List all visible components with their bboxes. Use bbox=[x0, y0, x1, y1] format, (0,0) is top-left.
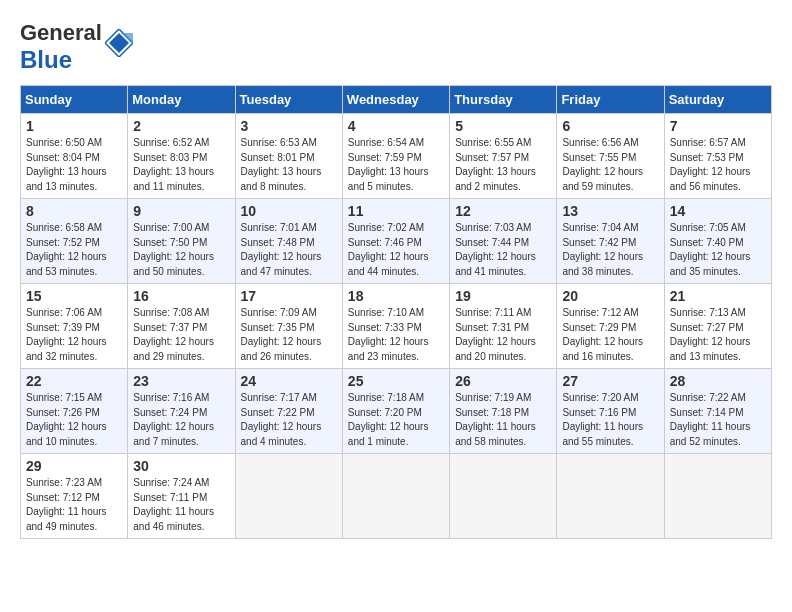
day-info: Sunrise: 7:00 AMSunset: 7:50 PMDaylight:… bbox=[133, 221, 229, 279]
day-number: 2 bbox=[133, 118, 229, 134]
day-number: 24 bbox=[241, 373, 337, 389]
calendar-cell: 13Sunrise: 7:04 AMSunset: 7:42 PMDayligh… bbox=[557, 199, 664, 284]
weekday-header-sunday: Sunday bbox=[21, 86, 128, 114]
logo-text: General Blue bbox=[20, 20, 102, 75]
calendar-week-row: 8Sunrise: 6:58 AMSunset: 7:52 PMDaylight… bbox=[21, 199, 772, 284]
calendar-cell: 6Sunrise: 6:56 AMSunset: 7:55 PMDaylight… bbox=[557, 114, 664, 199]
calendar-cell: 11Sunrise: 7:02 AMSunset: 7:46 PMDayligh… bbox=[342, 199, 449, 284]
calendar-cell: 7Sunrise: 6:57 AMSunset: 7:53 PMDaylight… bbox=[664, 114, 771, 199]
day-number: 19 bbox=[455, 288, 551, 304]
day-info: Sunrise: 7:08 AMSunset: 7:37 PMDaylight:… bbox=[133, 306, 229, 364]
day-number: 3 bbox=[241, 118, 337, 134]
day-number: 13 bbox=[562, 203, 658, 219]
day-number: 25 bbox=[348, 373, 444, 389]
day-number: 1 bbox=[26, 118, 122, 134]
day-number: 18 bbox=[348, 288, 444, 304]
day-info: Sunrise: 7:04 AMSunset: 7:42 PMDaylight:… bbox=[562, 221, 658, 279]
day-info: Sunrise: 7:18 AMSunset: 7:20 PMDaylight:… bbox=[348, 391, 444, 449]
day-info: Sunrise: 7:22 AMSunset: 7:14 PMDaylight:… bbox=[670, 391, 766, 449]
day-number: 23 bbox=[133, 373, 229, 389]
calendar-cell: 24Sunrise: 7:17 AMSunset: 7:22 PMDayligh… bbox=[235, 369, 342, 454]
calendar-cell: 25Sunrise: 7:18 AMSunset: 7:20 PMDayligh… bbox=[342, 369, 449, 454]
day-info: Sunrise: 6:55 AMSunset: 7:57 PMDaylight:… bbox=[455, 136, 551, 194]
calendar-cell: 18Sunrise: 7:10 AMSunset: 7:33 PMDayligh… bbox=[342, 284, 449, 369]
calendar-cell: 21Sunrise: 7:13 AMSunset: 7:27 PMDayligh… bbox=[664, 284, 771, 369]
weekday-header-tuesday: Tuesday bbox=[235, 86, 342, 114]
calendar-cell: 12Sunrise: 7:03 AMSunset: 7:44 PMDayligh… bbox=[450, 199, 557, 284]
day-number: 17 bbox=[241, 288, 337, 304]
calendar-week-row: 29Sunrise: 7:23 AMSunset: 7:12 PMDayligh… bbox=[21, 454, 772, 539]
day-number: 6 bbox=[562, 118, 658, 134]
day-number: 14 bbox=[670, 203, 766, 219]
day-info: Sunrise: 7:09 AMSunset: 7:35 PMDaylight:… bbox=[241, 306, 337, 364]
calendar-cell: 30Sunrise: 7:24 AMSunset: 7:11 PMDayligh… bbox=[128, 454, 235, 539]
calendar-cell: 17Sunrise: 7:09 AMSunset: 7:35 PMDayligh… bbox=[235, 284, 342, 369]
day-info: Sunrise: 6:58 AMSunset: 7:52 PMDaylight:… bbox=[26, 221, 122, 279]
page-header: General Blue bbox=[20, 20, 772, 75]
day-info: Sunrise: 7:02 AMSunset: 7:46 PMDaylight:… bbox=[348, 221, 444, 279]
calendar-week-row: 1Sunrise: 6:50 AMSunset: 8:04 PMDaylight… bbox=[21, 114, 772, 199]
day-info: Sunrise: 7:11 AMSunset: 7:31 PMDaylight:… bbox=[455, 306, 551, 364]
day-number: 16 bbox=[133, 288, 229, 304]
day-info: Sunrise: 7:19 AMSunset: 7:18 PMDaylight:… bbox=[455, 391, 551, 449]
weekday-header-thursday: Thursday bbox=[450, 86, 557, 114]
day-info: Sunrise: 7:13 AMSunset: 7:27 PMDaylight:… bbox=[670, 306, 766, 364]
logo: General Blue bbox=[20, 20, 133, 75]
calendar-cell bbox=[235, 454, 342, 539]
calendar-cell: 27Sunrise: 7:20 AMSunset: 7:16 PMDayligh… bbox=[557, 369, 664, 454]
day-info: Sunrise: 7:15 AMSunset: 7:26 PMDaylight:… bbox=[26, 391, 122, 449]
day-info: Sunrise: 6:57 AMSunset: 7:53 PMDaylight:… bbox=[670, 136, 766, 194]
weekday-header-saturday: Saturday bbox=[664, 86, 771, 114]
calendar-cell bbox=[450, 454, 557, 539]
day-info: Sunrise: 7:06 AMSunset: 7:39 PMDaylight:… bbox=[26, 306, 122, 364]
day-number: 30 bbox=[133, 458, 229, 474]
day-info: Sunrise: 7:03 AMSunset: 7:44 PMDaylight:… bbox=[455, 221, 551, 279]
day-number: 27 bbox=[562, 373, 658, 389]
day-number: 9 bbox=[133, 203, 229, 219]
day-info: Sunrise: 7:16 AMSunset: 7:24 PMDaylight:… bbox=[133, 391, 229, 449]
calendar-cell bbox=[342, 454, 449, 539]
day-number: 7 bbox=[670, 118, 766, 134]
calendar-cell: 29Sunrise: 7:23 AMSunset: 7:12 PMDayligh… bbox=[21, 454, 128, 539]
day-info: Sunrise: 7:17 AMSunset: 7:22 PMDaylight:… bbox=[241, 391, 337, 449]
day-info: Sunrise: 7:01 AMSunset: 7:48 PMDaylight:… bbox=[241, 221, 337, 279]
day-number: 26 bbox=[455, 373, 551, 389]
day-info: Sunrise: 6:54 AMSunset: 7:59 PMDaylight:… bbox=[348, 136, 444, 194]
calendar-table: SundayMondayTuesdayWednesdayThursdayFrid… bbox=[20, 85, 772, 539]
calendar-cell: 5Sunrise: 6:55 AMSunset: 7:57 PMDaylight… bbox=[450, 114, 557, 199]
calendar-cell: 26Sunrise: 7:19 AMSunset: 7:18 PMDayligh… bbox=[450, 369, 557, 454]
day-number: 5 bbox=[455, 118, 551, 134]
day-info: Sunrise: 6:53 AMSunset: 8:01 PMDaylight:… bbox=[241, 136, 337, 194]
calendar-cell bbox=[557, 454, 664, 539]
calendar-cell: 1Sunrise: 6:50 AMSunset: 8:04 PMDaylight… bbox=[21, 114, 128, 199]
calendar-cell: 28Sunrise: 7:22 AMSunset: 7:14 PMDayligh… bbox=[664, 369, 771, 454]
day-info: Sunrise: 7:10 AMSunset: 7:33 PMDaylight:… bbox=[348, 306, 444, 364]
day-info: Sunrise: 7:20 AMSunset: 7:16 PMDaylight:… bbox=[562, 391, 658, 449]
weekday-header-friday: Friday bbox=[557, 86, 664, 114]
calendar-cell: 16Sunrise: 7:08 AMSunset: 7:37 PMDayligh… bbox=[128, 284, 235, 369]
calendar-cell: 22Sunrise: 7:15 AMSunset: 7:26 PMDayligh… bbox=[21, 369, 128, 454]
logo-icon bbox=[105, 29, 133, 57]
calendar-cell: 10Sunrise: 7:01 AMSunset: 7:48 PMDayligh… bbox=[235, 199, 342, 284]
day-info: Sunrise: 6:50 AMSunset: 8:04 PMDaylight:… bbox=[26, 136, 122, 194]
day-number: 8 bbox=[26, 203, 122, 219]
day-number: 11 bbox=[348, 203, 444, 219]
weekday-header-monday: Monday bbox=[128, 86, 235, 114]
calendar-cell: 23Sunrise: 7:16 AMSunset: 7:24 PMDayligh… bbox=[128, 369, 235, 454]
day-info: Sunrise: 6:56 AMSunset: 7:55 PMDaylight:… bbox=[562, 136, 658, 194]
day-number: 15 bbox=[26, 288, 122, 304]
calendar-cell: 2Sunrise: 6:52 AMSunset: 8:03 PMDaylight… bbox=[128, 114, 235, 199]
day-info: Sunrise: 7:23 AMSunset: 7:12 PMDaylight:… bbox=[26, 476, 122, 534]
calendar-cell: 9Sunrise: 7:00 AMSunset: 7:50 PMDaylight… bbox=[128, 199, 235, 284]
day-info: Sunrise: 6:52 AMSunset: 8:03 PMDaylight:… bbox=[133, 136, 229, 194]
day-info: Sunrise: 7:12 AMSunset: 7:29 PMDaylight:… bbox=[562, 306, 658, 364]
calendar-cell bbox=[664, 454, 771, 539]
calendar-cell: 15Sunrise: 7:06 AMSunset: 7:39 PMDayligh… bbox=[21, 284, 128, 369]
day-number: 21 bbox=[670, 288, 766, 304]
weekday-header-wednesday: Wednesday bbox=[342, 86, 449, 114]
calendar-cell: 4Sunrise: 6:54 AMSunset: 7:59 PMDaylight… bbox=[342, 114, 449, 199]
calendar-week-row: 15Sunrise: 7:06 AMSunset: 7:39 PMDayligh… bbox=[21, 284, 772, 369]
calendar-cell: 8Sunrise: 6:58 AMSunset: 7:52 PMDaylight… bbox=[21, 199, 128, 284]
calendar-cell: 19Sunrise: 7:11 AMSunset: 7:31 PMDayligh… bbox=[450, 284, 557, 369]
day-number: 4 bbox=[348, 118, 444, 134]
